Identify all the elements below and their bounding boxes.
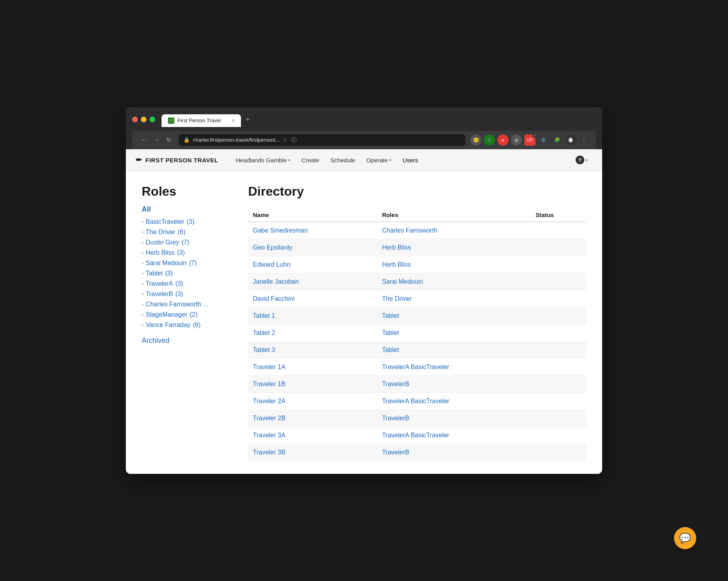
- sidebar-item-stagemanager[interactable]: › StageManager (2): [142, 310, 229, 320]
- active-tab[interactable]: 🌿 First Person Travel ×: [162, 114, 241, 127]
- table-header: Name Roles Status: [248, 208, 586, 222]
- chevron-right-icon: ›: [142, 322, 143, 328]
- ext-icon-1: 😐: [470, 135, 481, 146]
- chevron-right-icon: ›: [142, 302, 143, 307]
- minimize-button[interactable]: [141, 117, 146, 122]
- cell-name[interactable]: Traveler 2B: [248, 410, 377, 427]
- nav-operate[interactable]: Operate ▾: [362, 154, 396, 167]
- new-tab-button[interactable]: +: [243, 112, 253, 127]
- directory-title: Directory: [248, 184, 586, 199]
- cell-roles[interactable]: Tablet: [377, 307, 531, 324]
- tab-close-icon[interactable]: ×: [232, 118, 235, 123]
- sidebar-archived-link[interactable]: Archived: [142, 337, 229, 345]
- sidebar-item-dustingrey[interactable]: › Dustin Grey (7): [142, 237, 229, 248]
- cell-name[interactable]: Janelle Jacoban: [248, 273, 377, 290]
- table-row: Traveler 1ATravelerA BasicTraveler: [248, 358, 586, 375]
- ext-icon-6: ⚛: [538, 135, 549, 146]
- cell-name[interactable]: Traveler 3B: [248, 444, 377, 461]
- refresh-button[interactable]: ↻: [164, 135, 174, 145]
- table-row: Tablet 1Tablet: [248, 307, 586, 324]
- cell-roles[interactable]: TravelerB: [377, 375, 531, 392]
- cell-name[interactable]: Gabe Smedresman: [248, 222, 377, 239]
- address-bar-container: ← → ↻ 🔒 charter.firstperson.travel/first…: [132, 131, 596, 149]
- cell-roles[interactable]: TravelerA BasicTraveler: [377, 392, 531, 410]
- nav-schedule[interactable]: Schedule: [325, 154, 360, 167]
- address-bar[interactable]: 🔒 charter.firstperson.travel/firstperson…: [179, 134, 466, 146]
- cell-roles[interactable]: TravelerA BasicTraveler: [377, 427, 531, 444]
- nav-users[interactable]: Users: [398, 154, 423, 167]
- cell-roles[interactable]: Sarai Medouin: [377, 273, 531, 290]
- table-row: Tablet 3Tablet: [248, 341, 586, 358]
- cell-status: [531, 239, 586, 256]
- cell-name[interactable]: Edward Luhn: [248, 256, 377, 273]
- cell-status: [531, 273, 586, 290]
- sidebar-item-tablet[interactable]: › Tablet (3): [142, 268, 229, 279]
- chevron-right-icon: ›: [142, 271, 143, 276]
- chevron-right-icon: ›: [142, 219, 143, 225]
- browser-window: 🌿 First Person Travel × + ← → ↻ 🔒 charte…: [126, 108, 602, 474]
- cell-name[interactable]: Traveler 1B: [248, 375, 377, 392]
- cell-roles[interactable]: Tablet: [377, 324, 531, 341]
- cell-status: [531, 427, 586, 444]
- cell-roles[interactable]: TravelerB: [377, 410, 531, 427]
- cell-roles[interactable]: TravelerA BasicTraveler: [377, 358, 531, 375]
- col-status: Status: [531, 208, 586, 222]
- cell-name[interactable]: Traveler 2A: [248, 392, 377, 410]
- sidebar-item-travelerb[interactable]: › TravelerB (3): [142, 289, 229, 299]
- sidebar: Roles All › BasicTraveler (3) › The Driv…: [142, 184, 229, 461]
- sidebar-item-travelera[interactable]: › TravelerA (3): [142, 279, 229, 289]
- cell-roles[interactable]: Charles Farnsworth: [377, 222, 531, 239]
- close-button[interactable]: [132, 117, 138, 122]
- browser-extensions: 😐 ⊙ e ◉ UD 1 ⚛ 🧩 ⌚ ⋮: [470, 135, 589, 146]
- table-row: David FacchiniThe Driver: [248, 290, 586, 307]
- sidebar-item-thedriver[interactable]: › The Driver (6): [142, 227, 229, 237]
- col-roles: Roles: [377, 208, 531, 222]
- forward-button[interactable]: →: [151, 135, 162, 145]
- bookmark-icon[interactable]: ☆: [283, 137, 288, 144]
- sidebar-item-herbbliss[interactable]: › Herb Bliss (3): [142, 248, 229, 258]
- cell-name[interactable]: Geo Epsilanty: [248, 239, 377, 256]
- cell-roles[interactable]: Herb Bliss: [377, 239, 531, 256]
- chat-button[interactable]: 💬: [674, 527, 696, 549]
- cell-name[interactable]: Tablet 2: [248, 324, 377, 341]
- sidebar-item-vancefarraday[interactable]: › Vance Farraday (8): [142, 320, 229, 330]
- nav-create[interactable]: Create: [297, 154, 324, 167]
- sidebar-all-link[interactable]: All: [142, 205, 229, 214]
- cell-status: [531, 375, 586, 392]
- cell-roles[interactable]: The Driver: [377, 290, 531, 307]
- maximize-button[interactable]: [150, 117, 155, 122]
- back-button[interactable]: ←: [139, 135, 150, 145]
- table-row: Traveler 1BTravelerB: [248, 375, 586, 392]
- cell-status: [531, 324, 586, 341]
- directory: Directory Name Roles Status Gabe Smedres…: [248, 184, 586, 461]
- cell-status: [531, 307, 586, 324]
- directory-table: Name Roles Status Gabe SmedresmanCharles…: [248, 208, 586, 461]
- sidebar-item-charlesfarnsworth[interactable]: › Charles Farnsworth ...: [142, 299, 229, 310]
- browser-controls: 🌿 First Person Travel × +: [132, 112, 596, 127]
- nav-help[interactable]: ? ▾: [571, 152, 593, 167]
- cell-roles[interactable]: TravelerB: [377, 444, 531, 461]
- main-content: Roles All › BasicTraveler (3) › The Driv…: [126, 171, 602, 474]
- cell-name[interactable]: David Facchini: [248, 290, 377, 307]
- help-icon: ?: [576, 156, 584, 164]
- cell-status: [531, 444, 586, 461]
- chevron-right-icon: ›: [142, 229, 143, 235]
- cell-status: [531, 290, 586, 307]
- cell-name[interactable]: Traveler 3A: [248, 427, 377, 444]
- table-row: Traveler 2BTravelerB: [248, 410, 586, 427]
- nav-headlands-gamble[interactable]: Headlands Gamble ▾: [231, 154, 295, 167]
- info-icon[interactable]: ⓘ: [291, 137, 297, 144]
- menu-icon[interactable]: ⋮: [578, 135, 589, 146]
- cell-name[interactable]: Traveler 1A: [248, 358, 377, 375]
- sidebar-item-basictraveler[interactable]: › BasicTraveler (3): [142, 217, 229, 227]
- cell-roles[interactable]: Herb Bliss: [377, 256, 531, 273]
- cell-name[interactable]: Tablet 3: [248, 341, 377, 358]
- table-row: Edward LuhnHerb Bliss: [248, 256, 586, 273]
- table-body: Gabe SmedresmanCharles FarnsworthGeo Eps…: [248, 222, 586, 461]
- ext-icon-2: ⊙: [484, 135, 495, 146]
- sidebar-item-saraimedouin[interactable]: › Sarai Medouin (7): [142, 258, 229, 268]
- cell-name[interactable]: Tablet 1: [248, 307, 377, 324]
- ext-icon-5: UD 1: [524, 135, 535, 146]
- cell-roles[interactable]: Tablet: [377, 341, 531, 358]
- cell-status: [531, 392, 586, 410]
